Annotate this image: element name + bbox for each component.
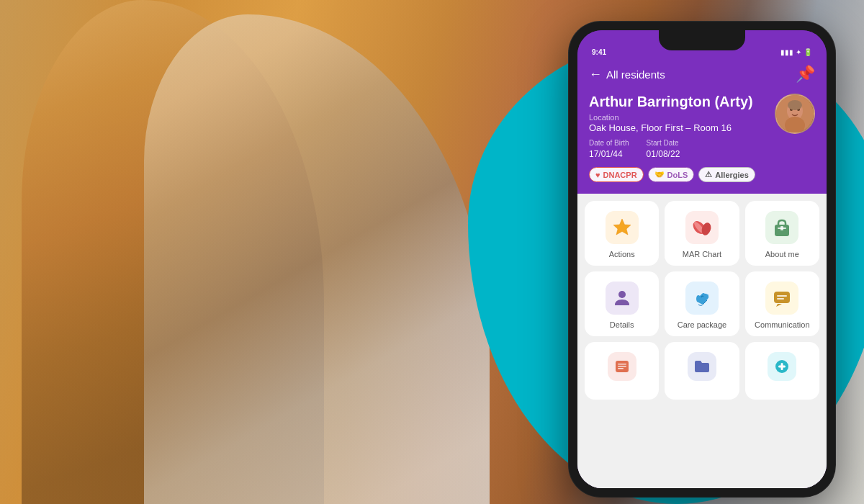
wellbeing-icon-bg bbox=[768, 352, 796, 381]
svg-rect-23 bbox=[778, 366, 786, 368]
pin-icon[interactable]: 📌 bbox=[796, 65, 815, 84]
location-value: Oak House, Floor First – Room 16 bbox=[589, 122, 760, 133]
menu-item-communication[interactable]: Communication bbox=[745, 271, 819, 336]
mar-icon-bg bbox=[685, 211, 719, 244]
menu-item-details[interactable]: Details bbox=[585, 271, 659, 336]
care-package-label: Care package bbox=[678, 320, 727, 329]
back-label: All residents bbox=[606, 68, 665, 81]
svg-marker-6 bbox=[613, 219, 631, 235]
about-icon-bg bbox=[765, 211, 798, 244]
menu-item-about-me[interactable]: About me bbox=[745, 201, 819, 266]
badge-dols[interactable]: 🤝 DoLS bbox=[648, 167, 695, 182]
partial-grid-row bbox=[585, 342, 819, 400]
details-icon-bg bbox=[606, 282, 639, 315]
menu-grid-bottom bbox=[577, 336, 827, 400]
menu-item-notes[interactable] bbox=[665, 342, 739, 400]
svg-rect-12 bbox=[780, 226, 783, 230]
svg-rect-18 bbox=[618, 364, 626, 365]
comm-icon-bg bbox=[765, 282, 798, 315]
phone-notch bbox=[659, 30, 745, 50]
start-date-group: Start Date 01/08/22 bbox=[647, 139, 680, 160]
chat-icon bbox=[772, 288, 792, 308]
medical-icon bbox=[773, 358, 791, 375]
mar-chart-label: MAR Chart bbox=[683, 250, 721, 258]
menu-item-care-package[interactable]: Care package bbox=[665, 271, 739, 336]
actions-icon-bg bbox=[606, 211, 639, 244]
dates-row: Date of Birth 17/01/44 Start Date 01/08/… bbox=[589, 139, 760, 160]
menu-item-actions[interactable]: Actions bbox=[585, 201, 659, 266]
about-me-label: About me bbox=[765, 250, 799, 258]
allergies-icon: ⚠ bbox=[705, 170, 712, 179]
menu-item-mar-chart[interactable]: MAR Chart bbox=[665, 201, 739, 266]
badge-dnacpr[interactable]: ♥ DNACPR bbox=[589, 167, 644, 182]
menu-item-wellbeing[interactable] bbox=[745, 342, 819, 400]
app-header: ← All residents 📌 bbox=[577, 59, 827, 94]
svg-rect-16 bbox=[777, 298, 784, 300]
start-label: Start Date bbox=[647, 139, 680, 147]
patient-card: Arthur Barrington (Arty) Location Oak Ho… bbox=[577, 94, 827, 194]
svg-rect-19 bbox=[618, 366, 626, 367]
patient-name: Arthur Barrington (Arty) bbox=[589, 94, 760, 110]
patient-avatar bbox=[775, 94, 815, 134]
back-arrow-icon: ← bbox=[589, 67, 602, 82]
pills-icon bbox=[690, 216, 714, 239]
actions-label: Actions bbox=[609, 250, 635, 258]
allergies-label: Allergies bbox=[715, 171, 748, 179]
svg-rect-14 bbox=[774, 292, 790, 303]
menu-item-tasks[interactable] bbox=[585, 342, 659, 400]
communication-label: Communication bbox=[755, 320, 809, 329]
svg-point-5 bbox=[788, 100, 802, 110]
badges-row: ♥ DNACPR 🤝 DoLS ⚠ Allergies bbox=[589, 167, 760, 182]
menu-grid-top: Actions bbox=[577, 194, 827, 336]
dols-icon: 🤝 bbox=[654, 170, 665, 179]
back-navigation[interactable]: ← All residents bbox=[589, 67, 665, 82]
svg-point-13 bbox=[618, 291, 626, 298]
care-hands-icon bbox=[691, 287, 713, 309]
dnacpr-icon: ♥ bbox=[595, 171, 600, 179]
bag-icon bbox=[772, 217, 792, 238]
svg-rect-20 bbox=[618, 368, 624, 369]
tasks-icon bbox=[613, 358, 631, 375]
screen-body: Actions bbox=[577, 194, 827, 488]
phone-screen: 9:41 ▮▮▮ ✦ 🔋 ← All residents 📌 Arthur bbox=[577, 30, 827, 488]
star-icon bbox=[612, 217, 632, 238]
svg-rect-15 bbox=[777, 295, 787, 297]
dob-value: 17/01/44 bbox=[589, 149, 623, 159]
location-label: Location bbox=[589, 113, 760, 122]
details-label: Details bbox=[610, 320, 634, 329]
phone-device: 9:41 ▮▮▮ ✦ 🔋 ← All residents 📌 Arthur bbox=[569, 22, 835, 497]
dols-label: DoLS bbox=[667, 171, 688, 179]
notes-icon-bg bbox=[688, 352, 716, 381]
care-icon-bg bbox=[685, 282, 719, 315]
dob-label: Date of Birth bbox=[589, 139, 629, 147]
folder-icon bbox=[693, 358, 711, 375]
patient-details: Arthur Barrington (Arty) Location Oak Ho… bbox=[589, 94, 760, 182]
tasks-icon-bg bbox=[608, 352, 636, 381]
start-value: 01/08/22 bbox=[647, 149, 680, 159]
dnacpr-label: DNACPR bbox=[603, 171, 637, 179]
avatar-svg bbox=[776, 95, 814, 132]
person-icon bbox=[612, 288, 632, 308]
dob-group: Date of Birth 17/01/44 bbox=[589, 139, 629, 160]
phone-frame: 9:41 ▮▮▮ ✦ 🔋 ← All residents 📌 Arthur bbox=[569, 22, 835, 497]
menu-grid: Actions bbox=[585, 201, 819, 336]
badge-allergies[interactable]: ⚠ Allergies bbox=[698, 167, 755, 182]
